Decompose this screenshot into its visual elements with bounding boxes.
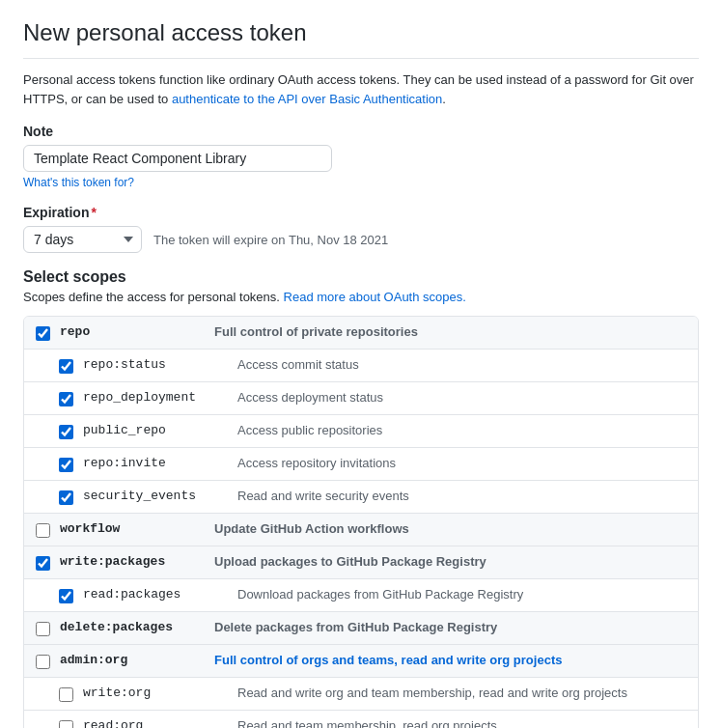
scope-checkbox-admin-org[interactable] [36,655,50,669]
scope-desc-repo-deployment: Access deployment status [237,390,686,405]
scope-row-repo: repo Full control of private repositorie… [24,317,698,350]
scope-name-workflow: workflow [60,521,214,536]
scope-name-read-org: read:org [83,718,237,728]
scope-checkbox-read-packages[interactable] [59,589,73,603]
expiration-select[interactable]: 7 days 30 days 60 days 90 days Custom No… [23,226,142,253]
scope-desc-security-events: Read and write security events [237,489,686,503]
scope-desc-repo: Full control of private repositories [214,324,686,339]
scope-checkbox-repo-deployment[interactable] [59,392,73,406]
required-asterisk: * [91,205,96,220]
scopes-section: Select scopes Scopes define the access f… [23,268,699,728]
scope-checkbox-write-org[interactable] [59,687,73,702]
api-auth-link[interactable]: authenticate to the API over Basic Authe… [172,92,442,106]
scope-row-repo-status: repo:status Access commit status [24,350,698,382]
oauth-scopes-link[interactable]: Read more about OAuth scopes. [284,290,466,304]
scope-checkbox-repo-status[interactable] [59,359,73,374]
scope-name-repo-invite: repo:invite [83,456,237,470]
scope-name-repo: repo [60,324,214,339]
page-description: Personal access tokens function like ord… [23,70,699,108]
expiration-group: Expiration* 7 days 30 days 60 days 90 da… [23,205,699,253]
scope-row-read-org: read:org Read and team membership, read … [24,711,698,728]
scope-checkbox-workflow[interactable] [36,523,50,538]
scope-row-public-repo: public_repo Access public repositories [24,415,698,448]
expiration-row: 7 days 30 days 60 days 90 days Custom No… [23,226,699,253]
scope-row-repo-deployment: repo_deployment Access deployment status [24,382,698,415]
note-group: Note What's this token for? [23,124,699,189]
scope-name-public-repo: public_repo [83,423,237,437]
scope-desc-admin-org: Full control of orgs and teams, read and… [214,653,686,667]
note-hint[interactable]: What's this token for? [23,176,699,189]
scope-checkbox-repo[interactable] [36,326,50,341]
scope-name-repo-deployment: repo_deployment [83,390,237,405]
note-label: Note [23,124,699,139]
page-title: New personal access token [23,19,699,59]
scope-name-admin-org: admin:org [60,653,214,667]
scope-desc-delete-packages: Delete packages from GitHub Package Regi… [214,620,686,634]
scope-checkbox-repo-invite[interactable] [59,458,73,472]
scope-checkbox-write-packages[interactable] [36,556,50,571]
scope-row-write-packages: write:packages Upload packages to GitHub… [24,546,698,579]
scope-desc-repo-invite: Access repository invitations [237,456,686,470]
expiration-label: Expiration* [23,205,699,220]
note-input[interactable] [23,145,332,172]
scope-desc-workflow: Update GitHub Action workflows [214,521,686,536]
scope-desc-repo-status: Access commit status [237,357,686,372]
scope-desc-read-org: Read and team membership, read org proje… [237,718,686,728]
scope-checkbox-delete-packages[interactable] [36,622,50,636]
scopes-table: repo Full control of private repositorie… [23,316,699,728]
scopes-description: Scopes define the access for personal to… [23,290,699,304]
scope-row-workflow: workflow Update GitHub Action workflows [24,514,698,546]
scope-name-delete-packages: delete:packages [60,620,214,634]
scope-checkbox-security-events[interactable] [59,490,73,505]
scope-name-write-org: write:org [83,686,237,700]
scope-row-write-org: write:org Read and write org and team me… [24,678,698,711]
scope-row-delete-packages: delete:packages Delete packages from Git… [24,612,698,645]
scope-checkbox-read-org[interactable] [59,720,73,728]
scope-checkbox-public-repo[interactable] [59,425,73,439]
scope-row-admin-org: admin:org Full control of orgs and teams… [24,645,698,678]
scope-name-read-packages: read:packages [83,587,237,602]
scope-name-repo-status: repo:status [83,357,237,372]
scope-desc-write-org: Read and write org and team membership, … [237,686,686,700]
expiry-text: The token will expire on Thu, Nov 18 202… [153,233,388,247]
scopes-title: Select scopes [23,268,699,286]
scope-row-security-events: security_events Read and write security … [24,481,698,514]
scope-row-read-packages: read:packages Download packages from Git… [24,579,698,612]
scope-desc-public-repo: Access public repositories [237,423,686,437]
scope-desc-write-packages: Upload packages to GitHub Package Regist… [214,554,686,569]
scope-desc-read-packages: Download packages from GitHub Package Re… [237,587,686,602]
scope-row-repo-invite: repo:invite Access repository invitation… [24,448,698,481]
scope-name-security-events: security_events [83,489,237,503]
scope-name-write-packages: write:packages [60,554,214,569]
